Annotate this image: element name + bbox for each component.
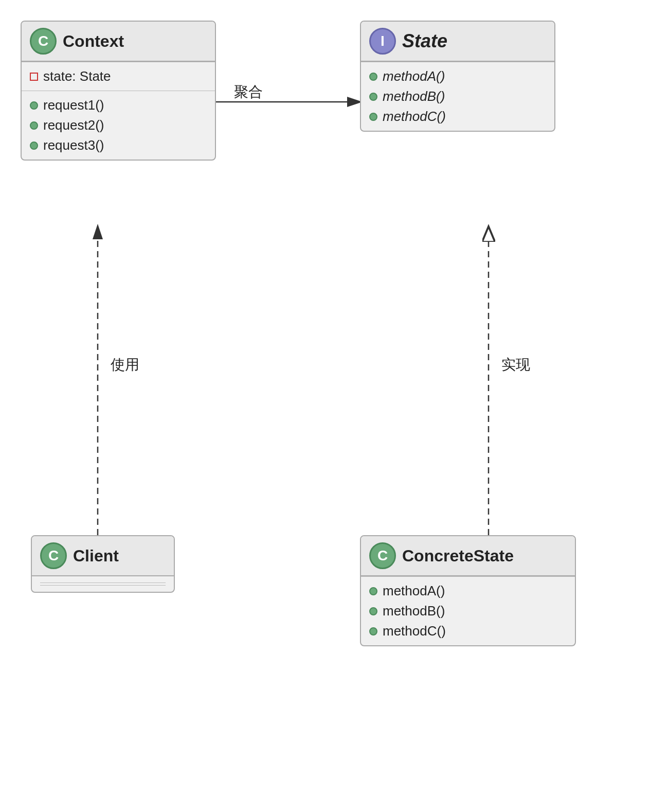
concrete-method-a: methodA(): [369, 581, 567, 601]
dot-icon: [369, 93, 377, 101]
method-text: methodA(): [383, 68, 445, 84]
state-method-a: methodA(): [369, 66, 546, 86]
method-text: methodB(): [383, 603, 445, 619]
context-fields: state: State: [22, 62, 215, 91]
client-icon: C: [40, 542, 67, 569]
implement-label: 实现: [501, 355, 530, 375]
concrete-state-header: C ConcreteState: [361, 536, 575, 576]
client-icon-letter: C: [48, 548, 59, 564]
method-text: methodC(): [383, 109, 446, 125]
dot-icon: [30, 101, 38, 110]
separator-1: [40, 582, 166, 583]
method-text: request3(): [43, 137, 104, 153]
field-square-icon: [30, 73, 38, 81]
dot-icon: [30, 142, 38, 150]
dot-icon: [369, 607, 377, 615]
dot-icon: [30, 121, 38, 130]
state-header: I State: [361, 22, 554, 62]
method-text: methodB(): [383, 89, 445, 104]
concrete-method-c: methodC(): [369, 621, 567, 641]
context-box: C Context state: State request1() reques…: [21, 21, 216, 161]
context-method-2: request2(): [30, 115, 207, 135]
dot-icon: [369, 73, 377, 81]
method-text: methodC(): [383, 623, 446, 639]
state-method-c: methodC(): [369, 107, 546, 127]
method-text: request2(): [43, 117, 104, 133]
context-icon: C: [30, 28, 57, 55]
context-methods: request1() request2() request3(): [22, 91, 215, 160]
context-icon-letter: C: [38, 33, 48, 49]
state-icon-letter: I: [381, 33, 385, 49]
concrete-method-b: methodB(): [369, 601, 567, 621]
dot-icon: [369, 587, 377, 595]
context-title: Context: [63, 32, 124, 51]
concrete-state-box: C ConcreteState methodA() methodB() meth…: [360, 535, 576, 646]
client-box: C Client: [31, 535, 175, 593]
state-methods: methodA() methodB() methodC(): [361, 62, 554, 131]
client-header: C Client: [32, 536, 174, 576]
client-title: Client: [73, 546, 119, 566]
use-label: 使用: [111, 355, 139, 375]
context-method-1: request1(): [30, 95, 207, 115]
separator-2: [40, 585, 166, 586]
dot-icon: [369, 627, 377, 636]
method-text: methodA(): [383, 583, 445, 599]
concrete-state-icon-letter: C: [377, 548, 388, 564]
state-icon: I: [369, 28, 396, 55]
aggregation-label: 聚合: [234, 82, 263, 102]
state-box: I State methodA() methodB() methodC(): [360, 21, 555, 132]
context-method-3: request3(): [30, 135, 207, 155]
concrete-state-title: ConcreteState: [402, 546, 514, 566]
state-method-b: methodB(): [369, 86, 546, 107]
context-state-text: state: State: [43, 68, 111, 84]
context-header: C Context: [22, 22, 215, 62]
diagram-container: C Context state: State request1() reques…: [0, 0, 650, 812]
state-title: State: [402, 30, 447, 52]
context-field-state: state: State: [30, 66, 207, 86]
concrete-state-methods: methodA() methodB() methodC(): [361, 576, 575, 645]
dot-icon: [369, 113, 377, 121]
client-body: [32, 576, 174, 592]
concrete-state-icon: C: [369, 542, 396, 569]
method-text: request1(): [43, 97, 104, 113]
